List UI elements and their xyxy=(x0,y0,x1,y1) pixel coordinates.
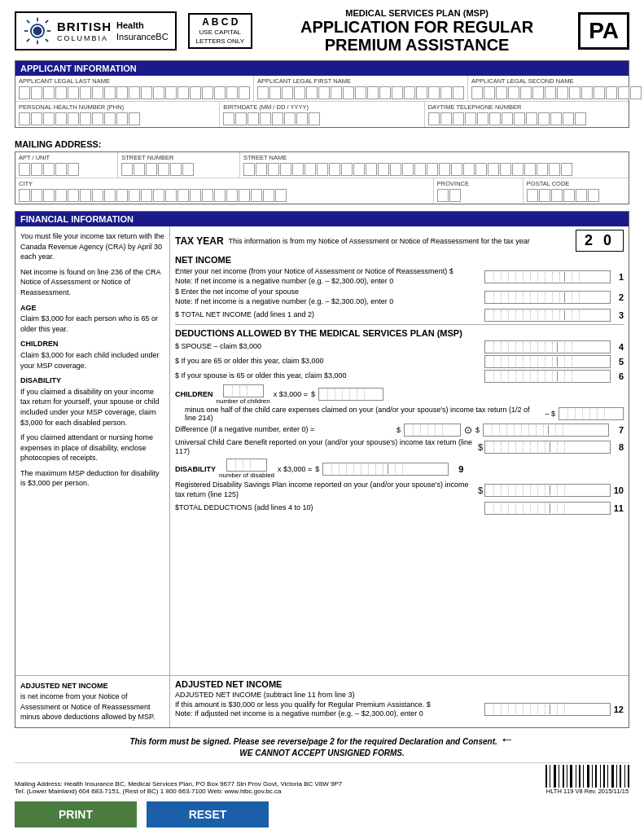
financial-right-col: TAX YEAR This information is from my Not… xyxy=(170,226,629,675)
deduction-line-4: $ SPOUSE – claim $3,000 4 xyxy=(175,340,624,353)
line5-field[interactable] xyxy=(484,355,611,368)
adjusted-left: ADJUSTED NET INCOME is net income from y… xyxy=(15,676,170,727)
svg-line-9 xyxy=(46,20,48,23)
num-disabled-field[interactable] xyxy=(226,459,267,472)
diff-field-right[interactable] xyxy=(483,424,609,437)
mailing-address-label: MAILING ADDRESS: xyxy=(15,139,629,149)
birthdate-cell: BIRTHDATE (MM / DD / YYYY) xyxy=(220,102,424,127)
bc-logo-icon xyxy=(23,16,52,46)
form-title: MEDICAL SERVICES PLAN (MSP) APPLICATION … xyxy=(264,8,570,54)
tax-year-row: TAX YEAR This information is from my Not… xyxy=(175,230,624,252)
line1-field[interactable] xyxy=(484,270,611,283)
mailing-section: APT / UNIT STREET NUMBER STREET NAME xyxy=(15,151,629,204)
phn-segments xyxy=(19,112,216,125)
deduction-line-5: $ If you are 65 or older this year, clai… xyxy=(175,355,624,368)
line11-field[interactable] xyxy=(484,502,611,515)
line9-field[interactable] xyxy=(322,463,449,476)
disability-row: DISABILITY number of disabled x $3,000 =… xyxy=(175,459,624,479)
line2-field[interactable] xyxy=(484,291,611,304)
applicant-section-header: APPLICANT INFORMATION xyxy=(15,61,629,76)
telephone-cell: DAYTIME TELEPHONE NUMBER xyxy=(425,102,629,127)
financial-body: You must file your income tax return wit… xyxy=(15,226,629,675)
deduction-line-6: $ If your spouse is 65 or older this yea… xyxy=(175,370,624,383)
phn-cell: PERSONAL HEALTH NUMBER (PHN) xyxy=(15,102,220,127)
province-cell: PROVINCE xyxy=(434,178,524,204)
deduction-line-8: Universal Child Care Benefit reported on… xyxy=(175,438,624,457)
svg-line-7 xyxy=(27,20,29,23)
line8-field[interactable] xyxy=(484,441,611,454)
minus-field[interactable] xyxy=(559,407,624,420)
deduction-line-11: $TOTAL DEDUCTIONS (add lines 4 to 10) 11 xyxy=(175,502,624,515)
children-amount-field[interactable] xyxy=(318,388,383,401)
footer-sign-note: This form must be signed. Please see rev… xyxy=(15,728,629,759)
svg-line-8 xyxy=(46,39,48,42)
first-name-segments xyxy=(257,86,464,99)
telephone-segments xyxy=(428,112,625,125)
line4-field[interactable] xyxy=(484,340,611,353)
applicant-info-section: APPLICANT INFORMATION APPLICANT LEGAL LA… xyxy=(15,60,629,128)
income-line-3: $ TOTAL NET INCOME (add lines 1 and 2) 3 xyxy=(175,309,624,322)
print-button[interactable]: PRINT xyxy=(15,801,137,827)
second-name-cell: APPLICANT LEGAL SECOND NAME xyxy=(468,76,644,101)
income-line-1: Enter your net income (from your Notice … xyxy=(175,267,624,286)
financial-section-header: FINANCIAL INFORMATION xyxy=(15,212,629,226)
diff-row-7: Difference (if a negative number, enter … xyxy=(175,424,624,437)
street-num-cell: STREET NUMBER xyxy=(118,152,240,178)
apt-cell: APT / UNIT xyxy=(15,152,118,178)
adjusted-line-12: If this amount is $30,000 or less you qu… xyxy=(175,700,624,719)
income-line-2: $ Enter the net income of your spouse No… xyxy=(175,288,624,306)
insurance-bc-text: Health InsuranceBC xyxy=(116,20,169,43)
birthdate-segments xyxy=(223,112,420,125)
deduction-line-10: Registered Disability Savings Plan incom… xyxy=(175,481,624,499)
footer-address: Mailing Address: Health Insurance BC, Me… xyxy=(15,762,629,797)
barcode-area: HLTH 119 V8 Rev. 2015/11/15 xyxy=(545,765,629,795)
children-row: CHILDREN number of children x $3,000 = $ xyxy=(175,384,624,405)
line6-field[interactable] xyxy=(484,370,611,383)
svg-line-10 xyxy=(27,39,29,42)
minus-row: minus one half of the child care expense… xyxy=(175,406,624,422)
mailing-street-row: APT / UNIT STREET NUMBER STREET NAME xyxy=(15,152,629,178)
line3-field[interactable] xyxy=(484,309,611,322)
abcd-box: A B C D USE CAPITAL LETTERS ONLY xyxy=(188,13,252,49)
last-name-segments xyxy=(19,86,250,99)
first-name-cell: APPLICANT LEGAL FIRST NAME xyxy=(254,76,468,101)
logo-area: BRITISH COLUMBIA Health InsuranceBC xyxy=(15,11,177,50)
arrow-icon: ← xyxy=(500,731,515,748)
button-row: PRINT RESET xyxy=(15,801,629,827)
barcode xyxy=(545,765,629,788)
logo-text: BRITISH COLUMBIA xyxy=(57,20,112,43)
reset-button[interactable]: RESET xyxy=(147,801,269,827)
last-name-cell: APPLICANT LEGAL LAST NAME xyxy=(15,76,254,101)
line10-field[interactable] xyxy=(484,484,611,497)
svg-point-2 xyxy=(33,27,42,36)
diff-field-left[interactable] xyxy=(404,424,461,437)
mailing-city-row: CITY PROVINCE POSTAL CODE xyxy=(15,178,629,204)
phn-row: PERSONAL HEALTH NUMBER (PHN) BIRTHDATE (… xyxy=(15,102,629,127)
postal-cell: POSTAL CODE xyxy=(524,178,629,204)
second-name-segments xyxy=(471,86,642,99)
financial-section: FINANCIAL INFORMATION You must file your… xyxy=(15,211,629,728)
adjusted-net-income-section: ADJUSTED NET INCOME is net income from y… xyxy=(15,675,629,727)
financial-left-col: You must file your income tax return wit… xyxy=(15,226,170,675)
city-cell: CITY xyxy=(15,178,434,204)
pa-badge: PA xyxy=(578,12,629,50)
num-children-field[interactable] xyxy=(223,384,264,397)
tax-year-value[interactable]: 2 0 xyxy=(576,230,624,252)
name-row: APPLICANT LEGAL LAST NAME APPLICANT LEGA… xyxy=(15,76,629,102)
street-name-cell: STREET NAME xyxy=(240,152,629,178)
line12-field[interactable] xyxy=(484,703,611,716)
